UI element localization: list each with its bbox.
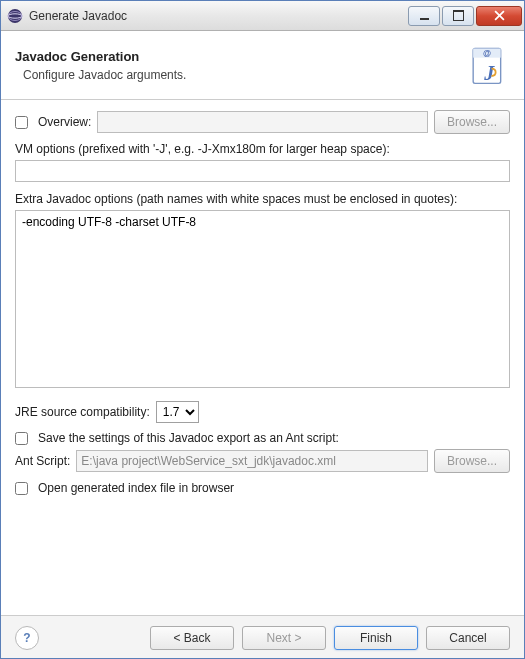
back-button[interactable]: < Back: [150, 626, 234, 650]
ant-script-row: Ant Script: Browse...: [15, 449, 510, 473]
help-button[interactable]: ?: [15, 626, 39, 650]
maximize-button[interactable]: [442, 6, 474, 26]
cancel-button[interactable]: Cancel: [426, 626, 510, 650]
finish-button[interactable]: Finish: [334, 626, 418, 650]
extra-options-textarea[interactable]: -encoding UTF-8 -charset UTF-8: [15, 210, 510, 388]
wizard-footer: ? < Back Next > Finish Cancel: [1, 615, 524, 659]
javadoc-icon: @ J: [462, 41, 510, 89]
save-ant-label: Save the settings of this Javadoc export…: [38, 431, 339, 445]
save-ant-checkbox[interactable]: [15, 432, 28, 445]
ant-browse-button[interactable]: Browse...: [434, 449, 510, 473]
overview-input: [97, 111, 428, 133]
overview-row: Overview: Browse...: [15, 110, 510, 134]
vm-options-label: VM options (prefixed with '-J', e.g. -J-…: [15, 142, 510, 156]
svg-text:@: @: [483, 49, 491, 58]
close-button[interactable]: [476, 6, 522, 26]
open-index-row: Open generated index file in browser: [15, 481, 510, 495]
jre-select[interactable]: 1.7: [156, 401, 199, 423]
vm-options-input[interactable]: [15, 160, 510, 182]
jre-label: JRE source compatibility:: [15, 405, 150, 419]
open-index-label: Open generated index file in browser: [38, 481, 234, 495]
next-button[interactable]: Next >: [242, 626, 326, 650]
save-ant-row: Save the settings of this Javadoc export…: [15, 431, 510, 445]
eclipse-icon: [7, 8, 23, 24]
titlebar[interactable]: Generate Javadoc: [1, 1, 524, 31]
window-title: Generate Javadoc: [29, 9, 406, 23]
ant-script-label: Ant Script:: [15, 454, 70, 468]
wizard-header: Javadoc Generation Configure Javadoc arg…: [1, 31, 524, 100]
page-title: Javadoc Generation: [15, 49, 462, 64]
extra-options-label: Extra Javadoc options (path names with w…: [15, 192, 510, 206]
jre-row: JRE source compatibility: 1.7: [15, 401, 510, 423]
overview-browse-button[interactable]: Browse...: [434, 110, 510, 134]
overview-label: Overview:: [38, 115, 91, 129]
overview-checkbox[interactable]: [15, 116, 28, 129]
ant-script-input: [76, 450, 428, 472]
page-subtitle: Configure Javadoc arguments.: [15, 68, 462, 82]
minimize-button[interactable]: [408, 6, 440, 26]
svg-text:J: J: [483, 62, 495, 84]
open-index-checkbox[interactable]: [15, 482, 28, 495]
